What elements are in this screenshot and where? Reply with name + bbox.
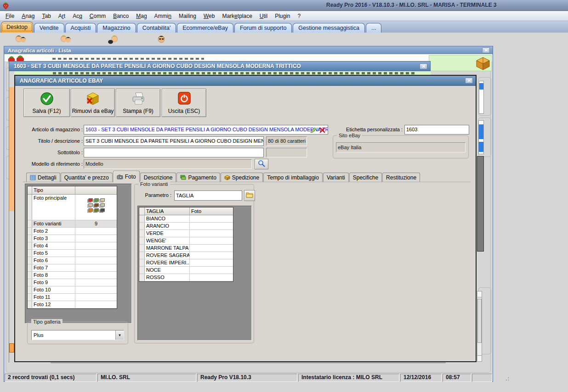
close-icon[interactable] [420,63,427,69]
scrollbar-thumb[interactable] [477,299,482,343]
dialog-tab-tempo-di-imballaggio[interactable]: Tempo di imballaggio [263,173,323,182]
scrollbar-arrow[interactable] [477,291,482,297]
print-button[interactable]: Stampa (F9) [116,89,160,117]
dialog-titlebar[interactable]: ANAGRAFICA ARTICOLO EBAY [15,76,476,86]
variant-row-rosso[interactable]: ROSSO [139,274,233,281]
menu-item-acq[interactable]: Acq [69,12,86,20]
scrollbar[interactable] [477,291,482,362]
dialog-tab-pagamento[interactable]: Pagamento [176,173,220,182]
dialog-tab-spedizione[interactable]: Spedizione [221,173,263,182]
menu-item-file[interactable]: File [2,12,18,20]
desktop-avatar-icon[interactable] [107,34,120,46]
dialog-tab-varianti[interactable]: Varianti [323,173,349,182]
photo-row-foto-9[interactable]: Foto 9 [28,279,117,286]
desktop-avatar-icon[interactable] [154,34,168,46]
close-icon[interactable] [482,47,490,53]
dialog-tab-dettagli[interactable]: Dettagli [26,173,60,182]
photo-thumbnail-icon [99,203,105,208]
dialog-tab-quantita-e-prezzo[interactable]: Quantita' e prezzo [61,173,113,182]
etichetta-field[interactable]: 1603 [404,125,469,134]
window-titlebar-articolo-1603[interactable]: 1603 - SET 3 CUBI MENSOLE DA PARETE PENS… [9,61,431,71]
app-title: Ready Pro 2016 - V18.10.3 - MI.LO. SRL -… [326,2,497,8]
photo-table: Tipo Foto principaleFoto varianti9Foto 2… [27,186,117,309]
desktop-avatar-icon[interactable] [14,34,28,46]
sottotitolo-field[interactable] [84,148,264,157]
variant-photo-cell [190,237,233,244]
desktop-avatar-icon[interactable] [59,34,73,46]
titolo-field[interactable]: SET 3 CUBI MENSOLE DA PARETE PENSILI A G… [84,136,264,146]
photo-row-foto-principale[interactable]: Foto principale [28,195,117,220]
status-cell: 12/12/2016 [400,374,442,382]
photo-row-foto-11[interactable]: Foto 11 [28,294,117,301]
exit-button[interactable]: Uscita (ESC) [162,89,206,117]
modello-field[interactable]: Modello [84,159,252,169]
variant-row-rovere-imperi[interactable]: ROVERE IMPERI... [139,259,233,267]
parametro-field[interactable]: TAGLIA [174,190,242,201]
photo-row-label: Foto 11 [32,294,75,301]
menu-item-comm[interactable]: Comm [86,12,109,20]
photo-row-foto-varianti[interactable]: Foto varianti9 [28,220,117,228]
menu-item-mag[interactable]: Mag [132,12,150,20]
workspace-tab-item[interactable]: ... [366,23,381,33]
variant-row-rovere-sagerau[interactable]: ROVERE SAGERAU [139,252,233,259]
clipped-text-fragment [53,72,416,74]
menu-item-util[interactable]: Util [256,12,271,20]
photo-row-foto-10[interactable]: Foto 10 [28,286,117,294]
search-button[interactable] [255,159,268,169]
menu-item-item[interactable]: ? [294,12,305,20]
scrollbar-arrow[interactable] [477,355,482,361]
photo-row-label: Foto 5 [32,250,75,257]
menu-item-marketplace[interactable]: Marketplace [218,12,256,20]
menu-item-web[interactable]: Web [200,12,218,20]
photo-row-value [75,235,117,242]
save-button[interactable]: Salva (F12) [23,89,70,117]
variant-row-noce[interactable]: NOCE [139,267,233,274]
menu-item-anag[interactable]: Anag [18,12,38,20]
window-titlebar[interactable]: Anagrafica articoli - Lista [4,46,493,54]
workspace-tab-ecommerce-ebay[interactable]: Ecommerce/eBay [177,23,233,33]
variant-row-marrone-talpa[interactable]: MARRONE TALPA [139,245,233,252]
menu-item-banco[interactable]: Banco [109,12,132,20]
menu-item-plugin[interactable]: Plugin [271,12,294,20]
dialog-tab-descrizione[interactable]: Descrizione [140,173,176,182]
photo-row-foto-7[interactable]: Foto 7 [28,264,117,272]
photo-row-foto-5[interactable]: Foto 5 [28,250,117,257]
menu-item-ammin[interactable]: Ammin [151,12,175,20]
photo-row-foto-4[interactable]: Foto 4 [28,242,117,250]
dialog-tab-specifiche[interactable]: Specifiche [349,173,382,182]
menu-item-tab[interactable]: Tab [38,12,54,20]
photo-row-foto-8[interactable]: Foto 8 [28,272,117,279]
workspace-tab-vendite[interactable]: Vendite [34,23,64,33]
row-header [28,228,32,235]
gallery-type-select[interactable]: Plus ▼ [31,330,124,340]
menu-item-art[interactable]: Art [55,12,69,20]
folder-button[interactable] [244,190,255,201]
photo-row-foto-6[interactable]: Foto 6 [28,257,117,264]
workspace-tab-contabilita[interactable]: Contabilita' [137,23,176,33]
dialog-tab-restituzione[interactable]: Restituzione [382,173,420,182]
photo-row-foto-2[interactable]: Foto 2 [28,228,117,235]
close-icon[interactable] [465,78,473,84]
workspace-tab-desktop[interactable]: Desktop [1,22,33,33]
variant-panel: TAGLIA Foto BIANCOARANCIOVERDEWENGE'MARR… [137,206,252,341]
variant-row-bianco[interactable]: BIANCO [139,215,233,223]
dialog-tab-foto[interactable]: Foto [113,171,140,182]
photo-row-foto-3[interactable]: Foto 3 [28,235,117,242]
remove-from-ebay-button[interactable]: Rimuovi da eBay [71,89,115,117]
variant-label: MARRONE TALPA [145,245,190,252]
resize-grip[interactable]: .: [506,375,510,382]
variant-row-wenge[interactable]: WENGE' [139,237,233,245]
photo-row-foto-12[interactable]: Foto 12 [28,301,117,308]
workspace-tab-acquisti[interactable]: Acquisti [65,23,97,33]
chevron-down-icon[interactable]: ▼ [115,330,124,340]
variant-row-arancio[interactable]: ARANCIO [139,223,233,230]
photo-row-label: Foto principale [32,195,75,220]
dialog-tabstrip: DettagliQuantita' e prezzoFotoDescrizion… [26,171,420,182]
workspace-tabstrip: DesktopVenditeAcquistiMagazzinoContabili… [0,21,568,33]
workspace-tab-magazzino[interactable]: Magazzino [97,23,136,33]
variant-row-verde[interactable]: VERDE [139,230,233,237]
workspace-tab-gestione-messaggistica[interactable]: Gestione messaggistica [293,23,365,33]
workspace-tab-forum-di-supporto[interactable]: Forum di supporto [234,23,292,33]
column-header-foto: Foto [190,207,233,215]
menu-item-mailing[interactable]: Mailing [175,12,200,20]
